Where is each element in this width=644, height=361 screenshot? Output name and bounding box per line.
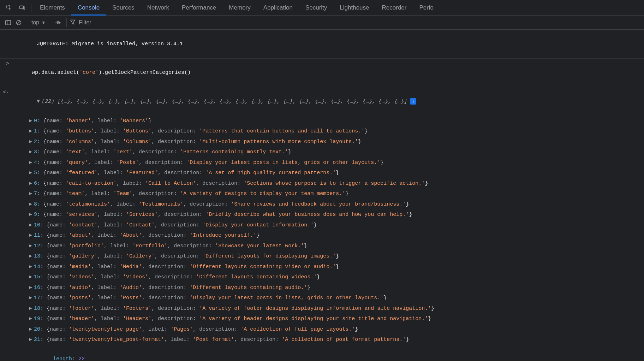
object-preview: {name: 'videos', label: 'Videos', descri…	[47, 274, 320, 280]
devtools-tabbar: Elements Console Sources Network Perform…	[0, 0, 644, 16]
filter-input[interactable]	[79, 19, 171, 26]
array-item-line: ▶5: {name: 'featured', label: 'Featured'…	[0, 168, 644, 178]
object-preview: {name: 'columns', label: 'Columns', desc…	[43, 139, 361, 145]
object-preview: {name: 'twentytwentyfive_page', label: '…	[47, 326, 358, 332]
array-item-line: ▶20: {name: 'twentytwentyfive_page', lab…	[0, 324, 644, 335]
tab-overflow[interactable]: Perfo	[413, 0, 440, 16]
svg-rect-3	[6, 20, 11, 25]
object-preview: {name: 'testimonials', label: 'Testimoni…	[43, 201, 409, 207]
expand-toggle[interactable]: ▶	[29, 210, 34, 219]
array-item-line: ▶13: {name: 'gallery', label: 'Gallery',…	[0, 251, 644, 262]
array-length-line: length: 22	[0, 345, 644, 361]
array-index: 18	[34, 306, 40, 312]
array-index: 19	[34, 316, 40, 322]
console-output: JQMIGRATE: Migrate is installed, version…	[0, 30, 644, 361]
object-preview: {name: 'footer', label: 'Footers', descr…	[47, 306, 434, 312]
device-toolbar-icon[interactable]	[17, 2, 28, 13]
array-index: 1	[34, 128, 37, 134]
array-index: 10	[34, 222, 40, 228]
live-expression-icon[interactable]	[53, 17, 64, 28]
array-item-line: ▶17: {name: 'posts', label: 'Posts', des…	[0, 293, 644, 303]
expand-toggle[interactable]: ▶	[29, 252, 34, 261]
tab-performance[interactable]: Performance	[175, 0, 222, 16]
expand-toggle[interactable]: ▶	[29, 117, 34, 126]
clear-console-icon[interactable]	[13, 17, 24, 28]
array-index: 5	[34, 170, 37, 176]
object-preview: {name: 'portfolio', label: 'Portfolio', …	[47, 243, 307, 249]
expand-toggle[interactable]: ▶	[29, 127, 34, 136]
array-index: 21	[34, 337, 40, 343]
object-preview: {name: 'featured', label: 'Featured', de…	[43, 170, 339, 176]
expand-toggle[interactable]: ▶	[29, 294, 34, 303]
expand-toggle[interactable]: ▶	[29, 168, 34, 178]
tab-application[interactable]: Application	[257, 0, 299, 16]
array-index: 15	[34, 274, 40, 280]
expand-toggle[interactable]: ▶	[29, 314, 34, 324]
tab-lighthouse[interactable]: Lighthouse	[333, 0, 375, 16]
expand-toggle[interactable]: ▶	[29, 179, 34, 188]
info-badge-icon[interactable]: i	[410, 98, 416, 105]
toggle-sidebar-icon[interactable]	[3, 17, 13, 28]
array-item-line: ▶14: {name: 'media', label: 'Media', des…	[0, 262, 644, 272]
array-item-line: ▶1: {name: 'buttons', label: 'Buttons', …	[0, 126, 644, 137]
context-select-label: top	[31, 19, 39, 26]
expand-toggle[interactable]: ▶	[29, 325, 34, 334]
tab-sources[interactable]: Sources	[106, 0, 141, 16]
array-item-line: ▶7: {name: 'team', label: 'Team', descri…	[0, 189, 644, 199]
array-item-line: ▶4: {name: 'query', label: 'Posts', desc…	[0, 158, 644, 168]
expand-toggle[interactable]: ▶	[29, 242, 34, 251]
expand-toggle[interactable]: ▼	[37, 97, 42, 106]
object-preview: {name: 'posts', label: 'Posts', descript…	[47, 295, 387, 301]
array-index: 13	[34, 253, 40, 259]
expand-toggle[interactable]: ▶	[29, 231, 34, 240]
expand-toggle[interactable]: ▶	[29, 273, 34, 282]
object-preview: {name: 'contact', label: 'Contact', desc…	[47, 222, 317, 228]
tab-security[interactable]: Security	[299, 0, 333, 16]
array-index: 14	[34, 264, 40, 270]
expand-toggle[interactable]: ▶	[29, 283, 34, 292]
object-preview: {name: 'team', label: 'Team', descriptio…	[43, 191, 348, 197]
console-log-line: JQMIGRATE: Migrate is installed, version…	[0, 30, 644, 59]
context-select[interactable]: top ▼	[30, 19, 47, 26]
array-item-line: ▶18: {name: 'footer', label: 'Footers', …	[0, 303, 644, 314]
console-command-line: > wp.data.select('core').getBlockPattern…	[0, 59, 644, 88]
separator	[66, 18, 67, 27]
array-index: 2	[34, 139, 37, 145]
expand-toggle[interactable]: ▶	[29, 148, 34, 157]
object-preview: {name: 'text', label: 'Text', descriptio…	[43, 149, 291, 155]
expand-toggle[interactable]: ▶	[29, 200, 34, 209]
array-index: 11	[34, 232, 40, 238]
expand-toggle[interactable]: ▶	[29, 221, 34, 230]
object-preview: {name: 'call-to-action', label: 'Call to…	[43, 180, 428, 187]
array-item-line: ▶12: {name: 'portfolio', label: 'Portfol…	[0, 241, 644, 251]
object-preview: {name: 'about', label: 'About', descript…	[47, 232, 260, 238]
array-index: 16	[34, 285, 40, 291]
array-item-line: ▶0: {name: 'banner', label: 'Banners'}	[0, 116, 644, 126]
tab-network[interactable]: Network	[141, 0, 175, 16]
cmd-part: wp	[32, 70, 38, 76]
expand-toggle[interactable]: ▶	[29, 137, 34, 147]
expand-toggle[interactable]: ▶	[29, 335, 34, 344]
expand-toggle[interactable]: ▶	[29, 304, 34, 313]
separator	[27, 18, 27, 27]
array-index: 3	[34, 149, 37, 155]
inspect-element-icon[interactable]	[4, 2, 14, 13]
array-item-line: ▶10: {name: 'contact', label: 'Contact',…	[0, 220, 644, 231]
expand-toggle[interactable]: ▶	[29, 189, 34, 199]
expand-toggle[interactable]: ▶	[29, 262, 34, 272]
array-item-line: ▶8: {name: 'testimonials', label: 'Testi…	[0, 199, 644, 210]
tab-elements[interactable]: Elements	[34, 0, 71, 16]
object-preview: {name: 'query', label: 'Posts', descript…	[43, 160, 383, 166]
array-item-line: ▶9: {name: 'services', label: 'Services'…	[0, 209, 644, 220]
tab-console[interactable]: Console	[71, 0, 106, 16]
tab-memory[interactable]: Memory	[222, 0, 257, 16]
chevron-down-icon: ▼	[41, 20, 46, 25]
filter-wrap	[70, 19, 171, 26]
expand-toggle[interactable]: ▶	[29, 158, 34, 167]
tab-recorder[interactable]: Recorder	[376, 0, 413, 16]
log-text: JQMIGRATE: Migrate is installed, version…	[37, 41, 183, 47]
array-index: 6	[34, 180, 37, 187]
array-index: 7	[34, 191, 37, 197]
array-item-line: ▶16: {name: 'audio', label: 'Audio', des…	[0, 283, 644, 293]
array-index: 8	[34, 201, 37, 207]
